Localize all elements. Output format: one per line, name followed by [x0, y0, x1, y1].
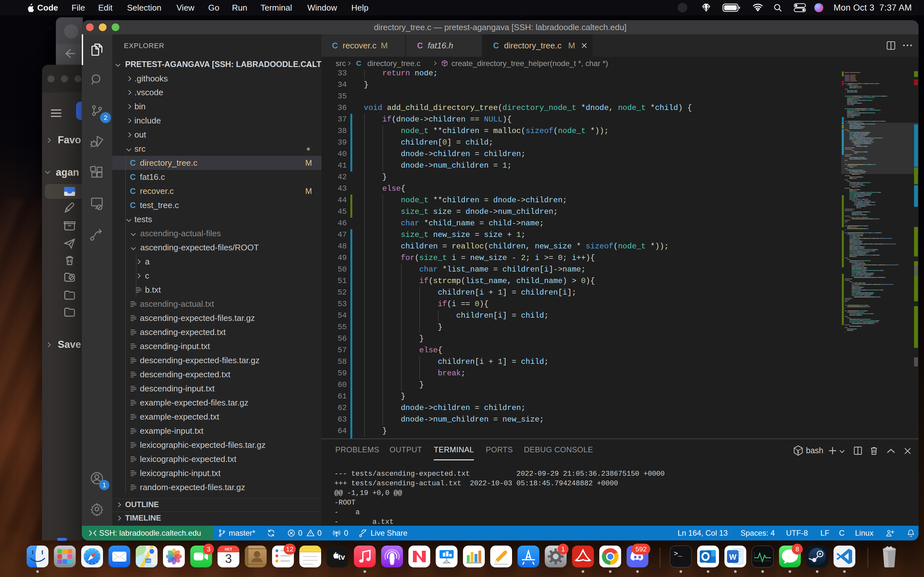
svg-text:W: W [729, 553, 737, 561]
svg-text:280: 280 [145, 559, 150, 562]
svg-text:>_: >_ [674, 550, 682, 558]
svg-text:$: $ [797, 450, 799, 455]
svg-text:3: 3 [225, 552, 232, 566]
svg-text:OCT: OCT [225, 547, 232, 551]
svg-text:tv: tv [338, 553, 345, 561]
